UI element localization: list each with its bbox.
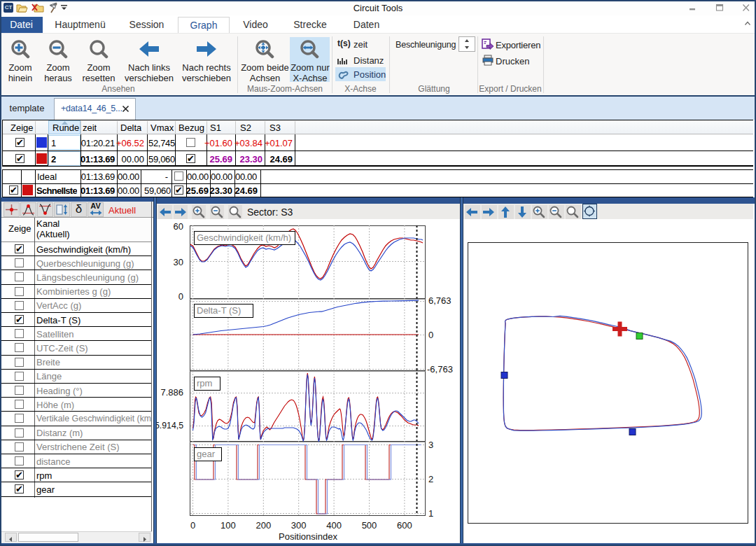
svg-text:7.886: 7.886 <box>160 387 183 398</box>
svg-text:Delta-T (S): Delta-T (S) <box>197 305 241 316</box>
svg-text:Positionsindex: Positionsindex <box>279 531 337 542</box>
svg-text:Geschwindigkeit (km/h): Geschwindigkeit (km/h) <box>197 232 291 243</box>
svg-text:6,763: 6,763 <box>428 295 451 306</box>
svg-text:100: 100 <box>220 520 236 531</box>
svg-text:-6,763: -6,763 <box>427 364 453 374</box>
svg-text:60: 60 <box>174 221 183 232</box>
svg-text:5.914,5: 5.914,5 <box>157 421 183 430</box>
svg-text:500: 500 <box>362 520 377 531</box>
svg-text:2: 2 <box>428 474 433 484</box>
svg-text:0: 0 <box>190 520 195 531</box>
svg-text:gear: gear <box>197 449 216 459</box>
svg-text:1: 1 <box>428 508 433 519</box>
svg-text:3: 3 <box>428 440 433 450</box>
svg-text:0: 0 <box>178 291 183 302</box>
svg-text:400: 400 <box>326 520 342 531</box>
svg-text:600: 600 <box>397 520 412 531</box>
svg-text:0: 0 <box>428 330 433 340</box>
svg-text:rpm: rpm <box>197 378 212 388</box>
svg-text:300: 300 <box>291 520 307 531</box>
svg-text:30: 30 <box>174 257 183 267</box>
svg-text:200: 200 <box>255 520 271 531</box>
